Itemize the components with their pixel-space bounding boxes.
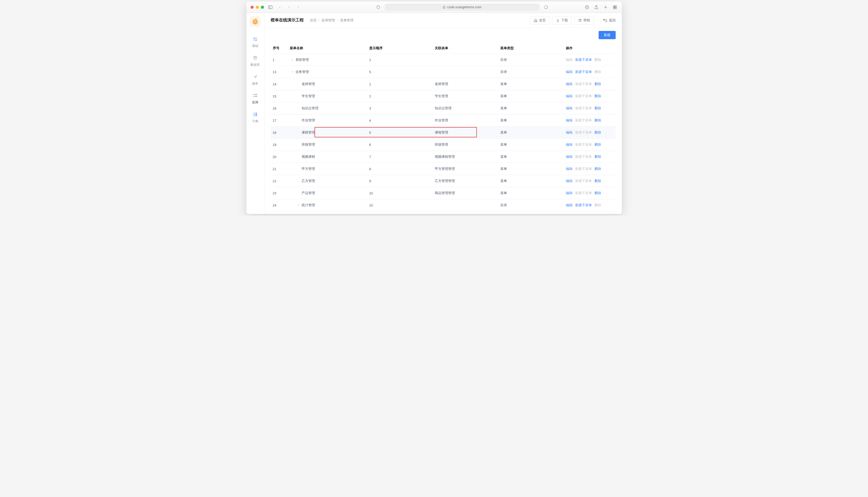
cell-form: 乙方管理管理 <box>433 175 498 187</box>
svg-rect-19 <box>253 96 254 97</box>
cell-actions: 编辑新建子菜单删除 <box>564 151 616 163</box>
cell-type: 目录 <box>498 199 564 211</box>
edit-link[interactable]: 编辑 <box>566 142 573 147</box>
cell-actions: 编辑新建子菜单删除 <box>564 127 616 139</box>
sidebar-item-app[interactable]: 应用 <box>246 89 264 108</box>
svg-rect-9 <box>615 7 616 9</box>
edit-link[interactable]: 编辑 <box>566 94 573 98</box>
menu-table[interactable]: 序号 菜单名称 显示顺序 关联表单 菜单类型 操作 1系统管理1目录编辑新建子菜… <box>271 43 616 214</box>
sidebar-item-service[interactable]: 服务 <box>246 71 264 89</box>
delete-link[interactable]: 删除 <box>594 179 601 183</box>
add-child-link: 新建子菜单 <box>575 191 592 195</box>
delete-link[interactable]: 删除 <box>594 118 601 123</box>
sidebar-item-dictionary[interactable]: 字典 <box>246 108 264 127</box>
edit-link[interactable]: 编辑 <box>566 191 573 195</box>
address-bar[interactable]: code.orangeforms.com <box>385 4 539 11</box>
add-child-link: 新建子菜单 <box>575 167 592 171</box>
th-actions: 操作 <box>564 43 616 54</box>
delete-link[interactable]: 删除 <box>594 94 601 98</box>
back-icon[interactable] <box>286 4 292 10</box>
svg-rect-20 <box>254 96 257 97</box>
table-row: 30工单管理15目录编辑新建子菜单删除 <box>271 211 616 214</box>
chevron-down-icon[interactable] <box>291 70 294 73</box>
delete-link[interactable]: 删除 <box>594 82 601 86</box>
download-button[interactable]: 下载 <box>552 16 572 25</box>
breadcrumb-app[interactable]: 应用管理 <box>321 18 335 23</box>
cell-type: 目录 <box>498 66 564 78</box>
help-button[interactable]: 帮助 <box>574 16 594 25</box>
breadcrumb-home[interactable]: 首页 <box>310 18 317 23</box>
minimize-window-icon[interactable] <box>256 6 259 9</box>
delete-link[interactable]: 删除 <box>594 154 601 159</box>
cell-seq: 15 <box>271 90 288 102</box>
menu-name-text: 学生管理 <box>302 94 315 98</box>
chevron-right-icon[interactable] <box>291 58 294 61</box>
cell-name: 班级管理 <box>288 139 367 151</box>
delete-link[interactable]: 删除 <box>594 191 601 195</box>
back-button[interactable]: 返回 <box>603 18 616 23</box>
edit-link[interactable]: 编辑 <box>566 154 573 159</box>
delete-link[interactable]: 删除 <box>594 167 601 171</box>
sidebar-label: 数据库 <box>250 63 260 67</box>
cell-actions: 编辑新建子菜单删除 <box>564 211 616 214</box>
reload-icon[interactable] <box>543 4 549 10</box>
table-row: 19班级管理6班级管理菜单编辑新建子菜单删除 <box>271 139 616 151</box>
maximize-window-icon[interactable] <box>261 6 264 9</box>
edit-link[interactable]: 编辑 <box>566 179 573 183</box>
tabs-icon[interactable] <box>612 4 618 10</box>
chevron-right-icon[interactable] <box>297 204 301 207</box>
svg-point-15 <box>255 39 257 41</box>
table-row: 22乙方管理9乙方管理管理菜单编辑新建子菜单删除 <box>271 175 616 187</box>
list-icon <box>251 92 259 99</box>
close-window-icon[interactable] <box>250 6 254 9</box>
edit-link[interactable]: 编辑 <box>566 82 573 86</box>
cell-actions: 编辑新建子菜单删除 <box>564 90 616 102</box>
sidebar-item-basic[interactable]: 基础 <box>246 33 264 52</box>
add-child-link[interactable]: 新建子菜单 <box>575 203 592 208</box>
sidebar-toggle-icon[interactable] <box>267 4 273 10</box>
cell-form: 甲方管理管理 <box>433 163 498 175</box>
cell-actions: 编辑新建子菜单删除 <box>564 66 616 78</box>
cell-form <box>433 54 498 66</box>
edit-link: 编辑 <box>566 57 573 62</box>
cell-form: 作业管理 <box>433 114 498 127</box>
menu-name-text: 统计管理 <box>302 203 315 208</box>
shield-icon[interactable] <box>375 4 381 10</box>
app-logo[interactable] <box>250 16 261 27</box>
download-icon[interactable] <box>584 4 590 10</box>
sidebar-label: 应用 <box>252 100 258 105</box>
add-child-link[interactable]: 新建子菜单 <box>575 70 592 74</box>
new-tab-icon[interactable] <box>603 4 608 10</box>
chevron-down-icon[interactable] <box>277 4 283 10</box>
delete-link[interactable]: 删除 <box>594 142 601 147</box>
sidebar-item-database[interactable]: 数据库 <box>246 52 264 71</box>
edit-link[interactable]: 编辑 <box>566 118 573 123</box>
cell-type: 菜单 <box>498 175 564 187</box>
sidebar-label: 服务 <box>252 82 258 86</box>
sidebar-label: 字典 <box>252 119 258 124</box>
edit-link[interactable]: 编辑 <box>566 203 573 208</box>
share-icon[interactable] <box>593 4 599 10</box>
svg-point-14 <box>253 39 255 41</box>
svg-point-11 <box>256 18 257 19</box>
cell-form: 课程管理 <box>433 127 498 139</box>
add-child-link: 新建子菜单 <box>575 130 592 135</box>
delete-link[interactable]: 删除 <box>594 130 601 135</box>
table-row: 20视频课程7视频课程管理菜单编辑新建子菜单删除 <box>271 151 616 163</box>
home-button[interactable]: 首页 <box>530 16 550 25</box>
new-button[interactable]: 新建 <box>598 31 616 39</box>
delete-link: 删除 <box>594 70 601 74</box>
edit-link[interactable]: 编辑 <box>566 106 573 111</box>
menu-name-text: 视频课程 <box>302 154 315 159</box>
cell-order: 10 <box>367 187 433 199</box>
add-child-link[interactable]: 新建子菜单 <box>575 57 592 62</box>
forward-icon[interactable] <box>295 4 301 10</box>
edit-link[interactable]: 编辑 <box>566 167 573 171</box>
delete-link[interactable]: 删除 <box>594 106 601 111</box>
edit-link[interactable]: 编辑 <box>566 130 573 135</box>
add-child-link: 新建子菜单 <box>575 142 592 147</box>
edit-link[interactable]: 编辑 <box>566 70 573 74</box>
cell-seq: 24 <box>271 199 288 211</box>
menu-name-text: 知识点管理 <box>302 106 318 111</box>
cell-seq: 22 <box>271 175 288 187</box>
